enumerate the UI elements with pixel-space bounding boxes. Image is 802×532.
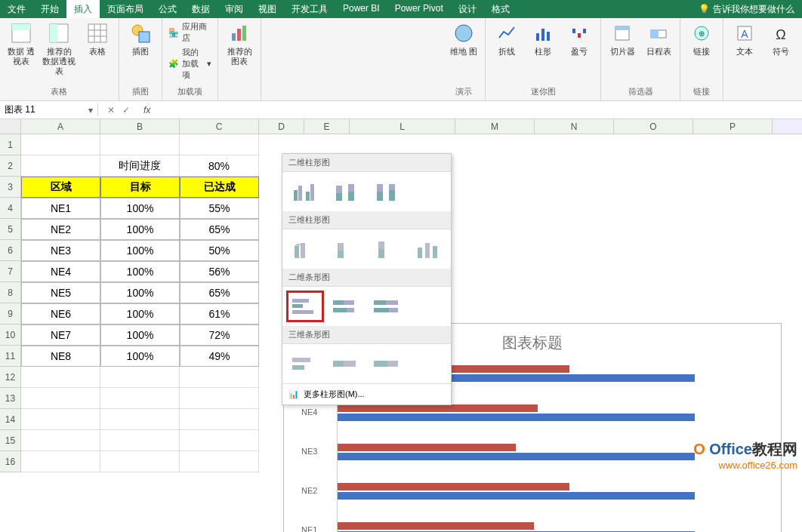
row-head-14[interactable]: 14: [0, 409, 21, 430]
cell-B5[interactable]: 100%: [100, 219, 180, 240]
cell-B7[interactable]: 100%: [100, 261, 180, 282]
cell-A7[interactable]: NE4: [21, 261, 100, 282]
cell-A6[interactable]: NE3: [21, 240, 100, 261]
cell-C12[interactable]: [180, 367, 259, 388]
cell-C8[interactable]: 65%: [180, 282, 259, 303]
cell-A15[interactable]: [21, 430, 100, 451]
col-L[interactable]: L: [350, 119, 455, 134]
cell-C1[interactable]: [180, 134, 259, 155]
store-button[interactable]: 🏪应用商店: [168, 21, 211, 44]
cell-B1[interactable]: [100, 134, 180, 155]
bar-achieved-NE2[interactable]: [338, 483, 569, 490]
tab-view[interactable]: 视图: [251, 0, 284, 18]
rec-pivot-button[interactable]: 推荐的 数据透视表: [42, 21, 76, 77]
row-head-12[interactable]: 12: [0, 367, 21, 388]
cell-A3[interactable]: 区域: [21, 177, 100, 198]
cell-B11[interactable]: 100%: [100, 346, 180, 367]
bar-achieved-NE1[interactable]: [338, 522, 534, 530]
3d-stacked-bar-option[interactable]: [329, 350, 362, 377]
col-M[interactable]: M: [455, 119, 535, 134]
cell-B9[interactable]: 100%: [100, 303, 180, 324]
row-head-6[interactable]: 6: [0, 240, 21, 261]
tab-file[interactable]: 文件: [0, 0, 33, 18]
col-E[interactable]: E: [304, 119, 350, 134]
timeline-button[interactable]: 日程表: [643, 21, 674, 57]
col-D[interactable]: D: [259, 119, 304, 134]
cell-A1[interactable]: [21, 134, 100, 155]
symbol-button[interactable]: Ω符号: [766, 21, 796, 57]
cell-C2[interactable]: 80%: [180, 155, 259, 177]
row-head-13[interactable]: 13: [0, 388, 21, 409]
tab-powerpivot[interactable]: Power Pivot: [387, 0, 451, 18]
cell-C4[interactable]: 55%: [180, 198, 259, 219]
cell-B4[interactable]: 100%: [100, 198, 180, 219]
name-box[interactable]: 图表 11 ▾: [0, 103, 98, 116]
sparkline-line-button[interactable]: 折线: [492, 21, 522, 57]
row-head-2[interactable]: 2: [0, 155, 21, 177]
cell-B14[interactable]: [100, 409, 180, 430]
table-button[interactable]: 表格: [82, 21, 113, 57]
row-head-1[interactable]: 1: [0, 134, 21, 155]
col-B[interactable]: B: [100, 119, 180, 134]
cell-B12[interactable]: [100, 367, 180, 388]
cell-A10[interactable]: NE7: [21, 324, 100, 346]
cell-C10[interactable]: 72%: [180, 324, 259, 346]
col-O[interactable]: O: [614, 119, 693, 134]
cell-C7[interactable]: 56%: [180, 261, 259, 282]
cell-A16[interactable]: [21, 451, 100, 472]
cell-C16[interactable]: [180, 451, 259, 472]
row-head-5[interactable]: 5: [0, 219, 21, 240]
rec-chart-button[interactable]: 推荐的 图表: [224, 21, 254, 66]
col-N[interactable]: N: [535, 119, 614, 134]
more-charts-option[interactable]: 📊 更多柱形图(M)...: [282, 383, 451, 404]
row-head-15[interactable]: 15: [0, 430, 21, 451]
clustered-column-option[interactable]: [288, 178, 322, 205]
cell-A5[interactable]: NE2: [21, 219, 100, 240]
row-head-8[interactable]: 8: [0, 282, 21, 303]
bar-achieved-NE4[interactable]: [338, 404, 538, 412]
cell-B6[interactable]: 100%: [100, 240, 180, 261]
dropdown-icon[interactable]: ▾: [88, 105, 93, 115]
cell-C11[interactable]: 49%: [180, 346, 259, 367]
myaddins-button[interactable]: 🧩我的加载项 ▾: [168, 47, 211, 81]
fx-icon[interactable]: fx: [139, 105, 155, 115]
tab-home[interactable]: 开始: [33, 0, 66, 18]
select-all-corner[interactable]: [0, 119, 21, 134]
cell-A14[interactable]: [21, 409, 100, 430]
cell-B16[interactable]: [100, 451, 180, 472]
3d-column-option[interactable]: [411, 235, 444, 263]
tab-format[interactable]: 格式: [484, 0, 517, 18]
clustered-bar-option[interactable]: [288, 293, 322, 320]
cell-B13[interactable]: [100, 388, 180, 409]
enter-icon[interactable]: ✓: [122, 105, 130, 115]
cell-A13[interactable]: [21, 388, 100, 409]
100-stacked-column-option[interactable]: [370, 178, 403, 205]
cell-B15[interactable]: [100, 430, 180, 451]
row-head-3[interactable]: 3: [0, 177, 21, 198]
bar-target-NE3[interactable]: [338, 453, 695, 460]
slicer-button[interactable]: 切片器: [607, 21, 637, 57]
sparkline-col-button[interactable]: 柱形: [528, 21, 558, 57]
cell-C15[interactable]: [180, 430, 259, 451]
tab-insert[interactable]: 插入: [66, 0, 100, 18]
cell-C6[interactable]: 50%: [180, 240, 259, 261]
cell-C14[interactable]: [180, 409, 259, 430]
link-button[interactable]: ⊕链接: [686, 21, 717, 57]
tab-formula[interactable]: 公式: [151, 0, 184, 18]
map3d-button[interactable]: 维地 图: [449, 21, 479, 57]
tab-powerbi[interactable]: Power BI: [335, 0, 387, 18]
col-C[interactable]: C: [180, 119, 259, 134]
tab-review[interactable]: 审阅: [217, 0, 251, 18]
3d-100-column-option[interactable]: [370, 235, 403, 263]
cell-B10[interactable]: 100%: [100, 324, 180, 346]
3d-clustered-bar-option[interactable]: [288, 350, 322, 377]
cell-A9[interactable]: NE6: [21, 303, 100, 324]
tab-dev[interactable]: 开发工具: [284, 0, 335, 18]
cell-A12[interactable]: [21, 367, 100, 388]
tab-design[interactable]: 设计: [451, 0, 484, 18]
cell-C3[interactable]: 已达成: [180, 177, 259, 198]
bar-target-NE4[interactable]: [338, 414, 695, 421]
cell-C13[interactable]: [180, 388, 259, 409]
3d-clustered-column-option[interactable]: [288, 235, 322, 263]
cell-A4[interactable]: NE1: [21, 198, 100, 219]
